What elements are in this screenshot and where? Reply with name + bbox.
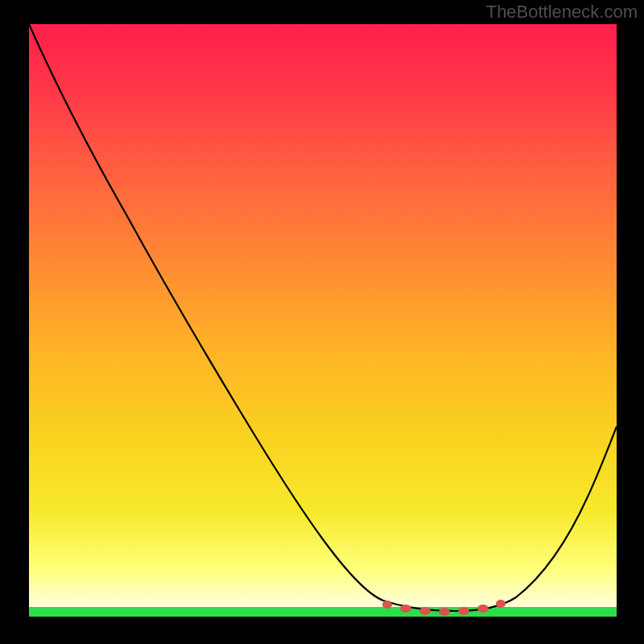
marker-dot [458,607,469,615]
chart-outer: TheBottleneck.com [0,0,644,644]
marker-dot [496,600,506,608]
marker-dot [382,601,392,609]
marker-group [382,600,506,616]
marker-dot [419,607,431,615]
plot-area [29,24,617,617]
marker-dot [439,608,450,616]
curve-svg [29,24,617,617]
watermark-text: TheBottleneck.com [486,2,638,23]
bottleneck-curve [29,24,617,611]
marker-dot [477,605,489,613]
marker-dot [400,605,411,613]
